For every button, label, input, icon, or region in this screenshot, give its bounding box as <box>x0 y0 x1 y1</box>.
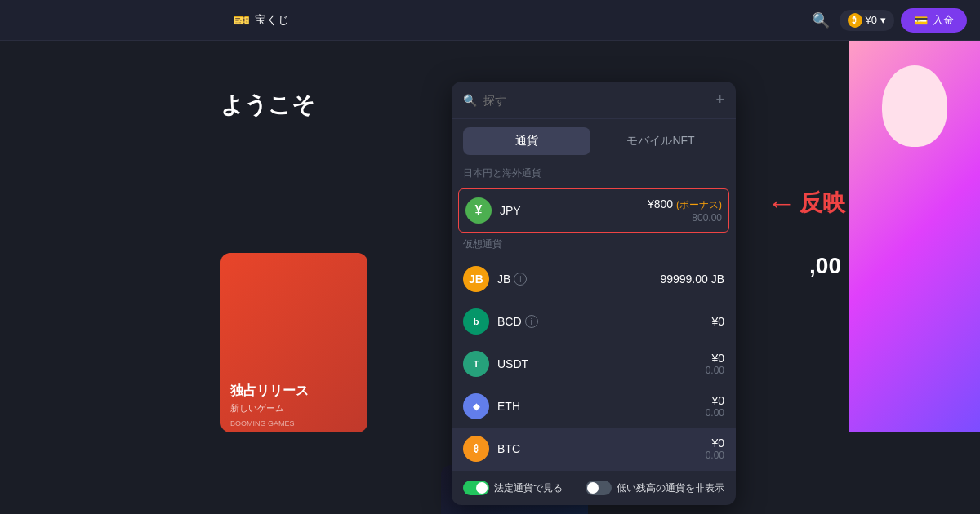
fiat-toggle[interactable] <box>463 481 489 495</box>
btc-name: BTC <box>497 442 706 455</box>
currency-row-bcd[interactable]: b BCD i ¥0 <box>452 300 736 343</box>
usdt-icon: T <box>463 351 489 377</box>
navbar-logo: 🎫 宝くじ <box>234 12 289 28</box>
eth-icon: ◆ <box>463 393 489 419</box>
tab-mobile-nft[interactable]: モバイルNFT <box>597 127 724 155</box>
btc-sub-val: 0.00 <box>706 450 724 461</box>
dropdown-footer: 法定通貨で見る 低い残高の通貨を非表示 <box>452 470 736 505</box>
currency-row-eth[interactable]: ◆ ETH ¥0 0.00 <box>452 385 736 428</box>
footer-fiat-label: 法定通貨で見る <box>494 481 563 495</box>
jpy-value: ¥800 (ボーナス) 800.00 <box>648 197 722 224</box>
section-fiat-label: 日本円と海外通貨 <box>452 163 736 187</box>
tab-currency[interactable]: 通貨 <box>463 127 590 155</box>
jb-value: 99999.00 JB <box>660 273 724 286</box>
currency-row-btc[interactable]: ₿ BTC ¥0 0.00 <box>452 428 736 470</box>
section-crypto-label: 仮想通貨 <box>452 234 736 258</box>
dropdown-search-area: 🔍 + <box>452 82 736 119</box>
eth-main-val: ¥0 <box>706 394 724 407</box>
jpy-main-val: ¥800 (ボーナス) <box>648 197 722 212</box>
currency-row-jb[interactable]: JB JB i 99999.00 JB <box>452 258 736 300</box>
arrow-annotation: ← 反映 <box>767 188 845 219</box>
balance-coin-icon: ₿ <box>848 13 862 28</box>
dropdown-search-plus[interactable]: + <box>715 91 724 109</box>
usdt-sub-val: 0.00 <box>706 365 724 376</box>
low-balance-toggle[interactable] <box>586 481 612 495</box>
jpy-sub-val: 800.00 <box>648 212 722 224</box>
deposit-label: 入金 <box>933 13 954 28</box>
bcd-info-icon: i <box>525 315 538 328</box>
game-cards-area: OON CE 独占リリース 新しいゲーム BOOMING GAMES <box>220 253 368 432</box>
usdt-value: ¥0 0.00 <box>706 352 724 376</box>
eth-name: ETH <box>497 400 706 413</box>
eth-sub-val: 0.00 <box>706 407 724 419</box>
bcd-icon: b <box>463 308 489 335</box>
currency-row-usdt[interactable]: T USDT ¥0 0.00 <box>452 343 736 385</box>
btc-value: ¥0 0.00 <box>706 436 724 461</box>
game-card-exclusive[interactable]: 独占リリース 新しいゲーム BOOMING GAMES <box>220 253 368 432</box>
anime-face <box>882 65 947 147</box>
main-content: ようこそ ,00 OON CE 独占リリース 新しいゲーム BOOMING GA… <box>0 41 980 514</box>
jb-main-val: 99999.00 JB <box>660 273 724 286</box>
jpy-bonus-label: (ボーナス) <box>676 199 722 210</box>
right-numbers: ,00 <box>809 253 841 279</box>
usdt-main-val: ¥0 <box>706 352 724 365</box>
footer-low-balance-label: 低い残高の通貨を非表示 <box>617 481 724 495</box>
jpy-icon: ¥ <box>466 197 492 224</box>
eth-value: ¥0 0.00 <box>706 394 724 419</box>
btc-main-val: ¥0 <box>706 436 724 450</box>
jb-icon: JB <box>463 266 489 292</box>
jpy-name: JPY <box>500 204 648 217</box>
bcd-value: ¥0 <box>711 315 724 328</box>
bcd-name: BCD i <box>497 315 711 328</box>
deposit-button[interactable]: 💳 入金 <box>901 8 967 33</box>
logo-icon: 🎫 <box>234 12 250 28</box>
annotation-arrow: ← <box>767 188 796 218</box>
balance-amount: ¥0 <box>866 14 877 26</box>
jb-info-icon: i <box>514 273 527 286</box>
dropdown-search-input[interactable] <box>483 94 709 107</box>
currency-row-jpy[interactable]: ¥ JPY ¥800 (ボーナス) 800.00 <box>458 188 729 233</box>
usdt-name: USDT <box>497 357 706 370</box>
balance-display[interactable]: ₿ ¥0 ▾ <box>840 10 894 31</box>
jb-name: JB i <box>497 273 660 286</box>
anime-character-decoration <box>849 41 980 432</box>
footer-low-balance-toggle-area: 低い残高の通貨を非表示 <box>586 481 724 495</box>
balance-caret: ▾ <box>880 14 886 26</box>
navbar: 🎫 宝くじ 🔍 ₿ ¥0 ▾ 💳 入金 <box>0 0 980 41</box>
game-card-sublabel: 新しいゲーム <box>230 402 284 414</box>
dropdown-search-icon: 🔍 <box>463 94 477 107</box>
booming-logo: BOOMING GAMES <box>230 419 295 428</box>
logo-text: 宝くじ <box>255 13 289 28</box>
dropdown-tabs: 通貨 モバイルNFT <box>452 119 736 163</box>
welcome-text: ようこそ <box>220 90 315 121</box>
game-card-label: 独占リリース <box>230 383 309 400</box>
deposit-icon: 💳 <box>914 14 928 27</box>
search-icon[interactable]: 🔍 <box>812 11 830 29</box>
btc-icon: ₿ <box>463 436 489 462</box>
annotation-text: 反映 <box>800 188 845 219</box>
currency-dropdown: 🔍 + 通貨 モバイルNFT 日本円と海外通貨 ¥ JPY ¥800 (ボーナス… <box>452 82 736 505</box>
bcd-main-val: ¥0 <box>711 315 724 328</box>
footer-fiat-toggle-area: 法定通貨で見る <box>463 481 563 495</box>
